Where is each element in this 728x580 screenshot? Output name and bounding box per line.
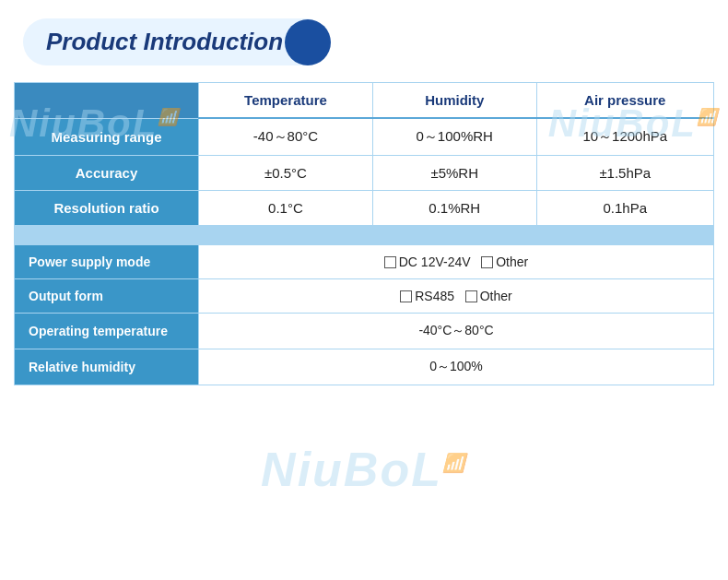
value-humidity-accuracy: ±5%RH bbox=[372, 156, 536, 191]
label-output-form: Output form bbox=[15, 279, 199, 314]
checkbox-rs485 bbox=[400, 290, 412, 302]
value-temperature-accuracy: ±0.5°C bbox=[199, 156, 373, 191]
value-relative-humidity: 0～100% bbox=[199, 349, 714, 385]
table-row-relative-humidity: Relative humidity 0～100% bbox=[15, 349, 714, 385]
watermark-bottom: NiuBoL📶 bbox=[261, 442, 467, 497]
spacer-row bbox=[15, 226, 714, 245]
label-resolution: Resolution ratio bbox=[15, 191, 199, 226]
checkbox-dc bbox=[384, 256, 396, 268]
label-accuracy: Accuracy bbox=[15, 156, 199, 191]
table-row: Measuring range -40～80°C 0～100%RH 10～120… bbox=[15, 118, 714, 156]
value-pressure-accuracy: ±1.5hPa bbox=[536, 156, 713, 191]
value-temperature-range: -40～80°C bbox=[199, 118, 373, 156]
checkbox-other-power bbox=[481, 256, 493, 268]
label-power-supply: Power supply mode bbox=[15, 245, 199, 279]
value-pressure-range: 10～1200hPa bbox=[536, 118, 713, 156]
value-operating-temperature: -40°C～80°C bbox=[199, 314, 714, 349]
value-temperature-resolution: 0.1°C bbox=[199, 191, 373, 226]
header-air-pressure: Air pressure bbox=[536, 83, 713, 119]
page-wrapper: NiuBoL📶 NiuBoL📶 NiuBoL📶 Product Introduc… bbox=[0, 0, 728, 580]
page-title: Product Introduction bbox=[46, 28, 283, 56]
table-row-operating-temp: Operating temperature -40°C～80°C bbox=[15, 314, 714, 349]
header-empty bbox=[15, 83, 199, 119]
value-output-form: RS485 Other bbox=[199, 279, 714, 314]
value-power-supply: DC 12V-24V Other bbox=[199, 245, 714, 279]
value-humidity-resolution: 0.1%RH bbox=[372, 191, 536, 226]
value-pressure-resolution: 0.1hPa bbox=[536, 191, 713, 226]
product-table: Temperature Humidity Air pressure Measur… bbox=[14, 82, 714, 385]
checkbox-other-output bbox=[465, 290, 477, 302]
table-row: Resolution ratio 0.1°C 0.1%RH 0.1hPa bbox=[15, 191, 714, 226]
header-temperature: Temperature bbox=[199, 83, 373, 119]
table-row: Accuracy ±0.5°C ±5%RH ±1.5hPa bbox=[15, 156, 714, 191]
title-area: Product Introduction bbox=[14, 18, 714, 65]
label-operating-temperature: Operating temperature bbox=[15, 314, 199, 349]
value-humidity-range: 0～100%RH bbox=[372, 118, 536, 156]
title-badge: Product Introduction bbox=[23, 18, 329, 65]
label-measuring-range: Measuring range bbox=[15, 118, 199, 156]
table-row-output: Output form RS485 Other bbox=[15, 279, 714, 314]
table-header-row: Temperature Humidity Air pressure bbox=[15, 83, 714, 119]
label-relative-humidity: Relative humidity bbox=[15, 349, 199, 385]
table-row-power: Power supply mode DC 12V-24V Other bbox=[15, 245, 714, 279]
header-humidity: Humidity bbox=[372, 83, 536, 119]
